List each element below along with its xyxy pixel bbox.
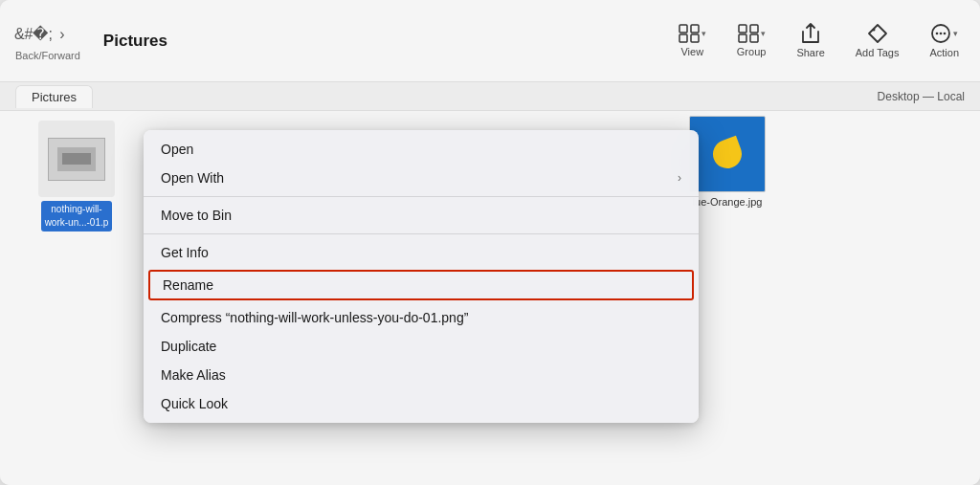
group-label: Group: [737, 46, 767, 57]
toolbar-actions: ▾ View ▾ Group: [673, 19, 965, 62]
menu-separator: [144, 196, 699, 197]
title-bar: &#�; › Back/Forward Pictures ▾ View: [0, 0, 980, 82]
share-toolbar-item[interactable]: Share: [791, 19, 830, 62]
menu-item-rename[interactable]: Rename: [150, 272, 692, 298]
menu-item-move-to-bin[interactable]: Move to Bin: [144, 201, 699, 230]
window-title: Pictures: [103, 32, 661, 51]
breadcrumb-tab[interactable]: Pictures: [15, 85, 93, 108]
svg-rect-3: [691, 34, 699, 42]
action-icon: [930, 23, 951, 44]
file-thumbnail-png: [38, 121, 115, 197]
view-toolbar-item[interactable]: ▾ View: [673, 20, 712, 61]
svg-rect-5: [750, 25, 758, 33]
file-thumbnail-jpg: [689, 116, 766, 192]
menu-item-label: Quick Look: [161, 396, 228, 411]
menu-item-duplicate[interactable]: Duplicate: [144, 332, 699, 361]
content-area: nothing-will-work-un...-01.p lue-Orange.…: [0, 111, 980, 485]
svg-rect-6: [739, 34, 746, 42]
file-name-jpg: lue-Orange.jpg: [693, 196, 763, 208]
menu-item-label: Open With: [161, 170, 224, 186]
view-icon: [679, 24, 700, 43]
svg-rect-0: [679, 25, 687, 33]
share-icon: [801, 23, 820, 44]
menu-item-make-alias[interactable]: Make Alias: [144, 361, 699, 389]
context-menu: Open Open With › Move to Bin Get Info Re…: [144, 130, 699, 423]
menu-item-compress[interactable]: Compress “nothing-will-work-unless-you-d…: [144, 303, 699, 332]
menu-item-label: Get Info: [161, 245, 209, 260]
add-tags-label: Add Tags: [856, 47, 900, 58]
back-button[interactable]: &#�;: [20, 21, 47, 48]
action-toolbar-item[interactable]: ▾ Action: [924, 19, 965, 62]
menu-item-quick-look[interactable]: Quick Look: [144, 389, 699, 418]
list-item[interactable]: nothing-will-work-un...-01.p: [29, 121, 124, 231]
group-icon: [738, 24, 759, 43]
action-label: Action: [929, 47, 959, 58]
breadcrumb-right: Desktop — Local: [878, 90, 965, 103]
menu-item-label: Open: [161, 142, 193, 157]
menu-item-label: Make Alias: [161, 367, 226, 383]
view-label: View: [680, 46, 703, 57]
group-arrow: ▾: [761, 29, 766, 38]
chevron-right-icon: ›: [678, 171, 681, 185]
menu-item-label: Duplicate: [161, 339, 216, 354]
svg-point-8: [872, 29, 875, 32]
action-arrow: ▾: [953, 29, 958, 38]
rename-box: Rename: [148, 270, 694, 300]
svg-point-11: [940, 33, 943, 35]
orange-shape: [709, 136, 746, 172]
svg-point-10: [936, 33, 939, 35]
png-inner: [48, 138, 105, 181]
menu-item-get-info[interactable]: Get Info: [144, 238, 699, 267]
breadcrumb-bar: Pictures Desktop — Local: [0, 82, 980, 111]
file-name-png: nothing-will-work-un...-01.p: [41, 201, 113, 231]
finder-window: &#�; › Back/Forward Pictures ▾ View: [0, 0, 980, 485]
view-arrow: ▾: [702, 29, 706, 38]
share-label: Share: [796, 47, 824, 58]
menu-separator: [144, 233, 699, 234]
menu-item-open-with[interactable]: Open With ›: [144, 164, 699, 192]
svg-rect-4: [739, 25, 746, 33]
svg-point-12: [944, 33, 947, 35]
svg-rect-1: [691, 25, 699, 33]
menu-item-label: Rename: [163, 277, 213, 293]
add-tags-toolbar-item[interactable]: Add Tags: [850, 19, 905, 62]
menu-item-open[interactable]: Open: [144, 135, 699, 164]
back-forward-label: Back/Forward: [15, 50, 80, 61]
tags-icon: [867, 23, 888, 44]
menu-item-label: Compress “nothing-will-work-unless-you-d…: [161, 310, 468, 325]
menu-item-label: Move to Bin: [161, 208, 232, 223]
group-toolbar-item[interactable]: ▾ Group: [731, 20, 772, 61]
svg-rect-2: [679, 34, 687, 42]
svg-rect-7: [750, 34, 758, 42]
forward-button[interactable]: ›: [49, 21, 76, 48]
